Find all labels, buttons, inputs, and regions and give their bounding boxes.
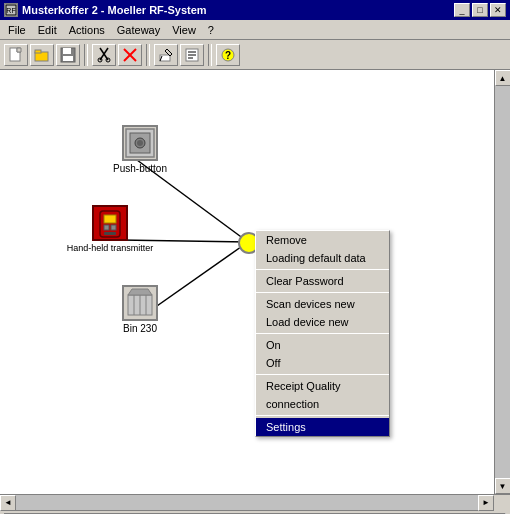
context-load-device[interactable]: Load device new	[256, 313, 389, 331]
scrollbar-horizontal-container: ◄ ►	[0, 494, 510, 510]
menu-bar: File Edit Actions Gateway View ?	[0, 20, 510, 40]
scrollbar-v-track[interactable]	[495, 86, 510, 478]
svg-rect-32	[104, 215, 116, 223]
svg-rect-34	[111, 225, 116, 230]
scrollbar-left-button[interactable]: ◄	[0, 495, 16, 511]
svg-marker-37	[128, 289, 152, 295]
context-on[interactable]: On	[256, 336, 389, 354]
context-scan-devices[interactable]: Scan devices new	[256, 295, 389, 313]
new-button[interactable]	[4, 44, 28, 66]
scrollbar-corner	[494, 495, 510, 511]
menu-actions[interactable]: Actions	[63, 22, 111, 38]
toolbar-sep-2	[146, 44, 150, 66]
context-receipt-quality[interactable]: Receipt Quality	[256, 377, 389, 395]
toolbar-sep-3	[208, 44, 212, 66]
context-connection[interactable]: connection	[256, 395, 389, 413]
menu-edit[interactable]: Edit	[32, 22, 63, 38]
context-clear-password[interactable]: Clear Password	[256, 272, 389, 290]
bin230-label: Bin 230	[123, 323, 157, 334]
bin230-icon	[122, 285, 158, 321]
transmitter-device[interactable]: Hand-held transmitter	[65, 205, 155, 253]
scrollbar-right-button[interactable]: ►	[478, 495, 494, 511]
pushbutton-icon	[122, 125, 158, 161]
toolbar-sep-1	[84, 44, 88, 66]
bin230-device[interactable]: Bin 230	[105, 285, 175, 334]
separator-5	[256, 415, 389, 416]
context-off[interactable]: Off	[256, 354, 389, 372]
title-bar-left: RF Musterkoffer 2 - Moeller RF-System	[4, 3, 207, 17]
scrollbar-down-button[interactable]: ▼	[495, 478, 511, 494]
context-menu: Remove Loading default data Clear Passwo…	[255, 230, 390, 437]
separator-2	[256, 292, 389, 293]
svg-rect-35	[104, 232, 116, 235]
title-bar: RF Musterkoffer 2 - Moeller RF-System _ …	[0, 0, 510, 20]
separator-3	[256, 333, 389, 334]
scrollbar-h-track[interactable]	[16, 495, 478, 510]
svg-marker-3	[17, 48, 21, 52]
separator-1	[256, 269, 389, 270]
svg-rect-33	[104, 225, 109, 230]
main-area: Push-button Hand-held transmitter	[0, 70, 510, 494]
menu-help[interactable]: ?	[202, 22, 220, 38]
transmitter-label: Hand-held transmitter	[67, 243, 154, 253]
open-button[interactable]	[30, 44, 54, 66]
svg-rect-8	[63, 56, 73, 61]
maximize-button[interactable]: □	[472, 3, 488, 17]
connection-lines	[0, 70, 494, 494]
context-remove[interactable]: Remove	[256, 231, 389, 249]
close-button[interactable]: ✕	[490, 3, 506, 17]
toolbar: ?	[0, 40, 510, 70]
scrollbar-horizontal: ◄ ►	[0, 495, 494, 510]
svg-rect-5	[35, 50, 41, 53]
window-title: Musterkoffer 2 - Moeller RF-System	[22, 4, 207, 16]
minimize-button[interactable]: _	[454, 3, 470, 17]
canvas-area[interactable]: Push-button Hand-held transmitter	[0, 70, 494, 494]
svg-text:?: ?	[225, 50, 231, 61]
status-bar: Press F1 to gain help.	[0, 510, 510, 514]
transmitter-icon	[92, 205, 128, 241]
cut-button[interactable]	[92, 44, 116, 66]
pushbutton-device[interactable]: Push-button	[105, 125, 175, 174]
title-controls: _ □ ✕	[454, 3, 506, 17]
svg-text:RF: RF	[6, 7, 15, 14]
help-button[interactable]: ?	[216, 44, 240, 66]
svg-point-30	[137, 140, 143, 146]
stop-button[interactable]	[118, 44, 142, 66]
menu-view[interactable]: View	[166, 22, 202, 38]
scrollbar-vertical: ▲ ▼	[494, 70, 510, 494]
context-loading-default[interactable]: Loading default data	[256, 249, 389, 267]
svg-rect-7	[63, 48, 71, 54]
edit-button[interactable]	[154, 44, 178, 66]
context-settings[interactable]: Settings	[256, 418, 389, 436]
save-button[interactable]	[56, 44, 80, 66]
menu-gateway[interactable]: Gateway	[111, 22, 166, 38]
properties-button[interactable]	[180, 44, 204, 66]
separator-4	[256, 374, 389, 375]
pushbutton-label: Push-button	[113, 163, 167, 174]
app-icon: RF	[4, 3, 18, 17]
scrollbar-up-button[interactable]: ▲	[495, 70, 511, 86]
menu-file[interactable]: File	[2, 22, 32, 38]
